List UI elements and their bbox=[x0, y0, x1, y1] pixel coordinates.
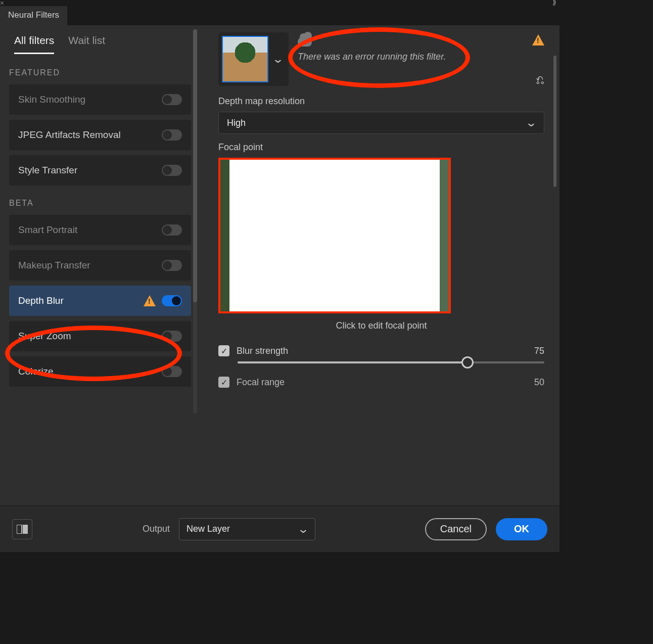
focal-point-label: Focal point bbox=[218, 142, 544, 153]
cancel-button[interactable]: Cancel bbox=[425, 518, 487, 540]
blur-strength-label: Blur strength bbox=[237, 346, 288, 356]
toggle-colorize[interactable] bbox=[162, 366, 182, 377]
error-message: There was an error running this filter. bbox=[298, 52, 544, 62]
filter-label: Smart Portrait bbox=[18, 224, 77, 236]
toggle-skin-smoothing[interactable] bbox=[162, 94, 182, 105]
toggle-jpeg-artifacts[interactable] bbox=[162, 129, 182, 141]
compare-view-button[interactable] bbox=[12, 519, 32, 539]
preview-thumbnail bbox=[222, 36, 268, 82]
focal-range-value: 50 bbox=[534, 377, 544, 388]
filter-label: JPEG Artifacts Removal bbox=[18, 129, 121, 141]
focal-range-label: Focal range bbox=[237, 377, 285, 388]
focal-range-checkbox[interactable]: ✓ bbox=[218, 377, 229, 388]
filter-makeup-transfer[interactable]: Makeup Transfer bbox=[9, 250, 191, 281]
output-label: Output bbox=[143, 524, 170, 534]
blur-strength-slider[interactable] bbox=[238, 361, 544, 363]
depth-map-label: Depth map resolution bbox=[218, 96, 544, 107]
filter-depth-blur[interactable]: Depth Blur bbox=[9, 286, 191, 316]
undo-icon[interactable]: ⎌ bbox=[536, 72, 544, 87]
svg-rect-1 bbox=[23, 525, 28, 534]
chevron-down-icon: ⌄ bbox=[297, 523, 309, 536]
filter-jpeg-artifacts[interactable]: JPEG Artifacts Removal bbox=[9, 120, 191, 150]
svg-rect-0 bbox=[17, 525, 22, 534]
blur-strength-value: 75 bbox=[534, 346, 544, 356]
depth-map-select[interactable]: High ⌄ bbox=[218, 112, 544, 134]
close-icon[interactable]: × bbox=[0, 0, 4, 7]
warning-icon bbox=[144, 295, 156, 306]
preview-thumbnail-selector[interactable]: ⌄ bbox=[218, 32, 289, 86]
filter-skin-smoothing[interactable]: Skin Smoothing bbox=[9, 84, 191, 115]
collapse-panel-icon[interactable]: ⟫ bbox=[552, 0, 556, 6]
ok-button[interactable]: OK bbox=[496, 518, 547, 540]
compare-icon bbox=[17, 525, 28, 534]
select-value: High bbox=[227, 118, 246, 128]
toggle-depth-blur[interactable] bbox=[162, 295, 182, 306]
warning-icon bbox=[532, 34, 544, 45]
sidebar-scrollbar-thumb[interactable] bbox=[193, 29, 197, 302]
filter-label: Colorize bbox=[18, 366, 54, 377]
filter-style-transfer[interactable]: Style Transfer bbox=[9, 155, 191, 186]
filter-label: Depth Blur bbox=[18, 295, 64, 306]
chevron-down-icon[interactable]: ⌄ bbox=[272, 53, 284, 66]
footer-bar: Output New Layer ⌄ Cancel OK bbox=[0, 505, 559, 552]
blur-strength-checkbox[interactable]: ✓ bbox=[218, 345, 229, 356]
section-featured: FEATURED bbox=[9, 68, 191, 77]
toggle-style-transfer[interactable] bbox=[162, 165, 182, 176]
filter-label: Super Zoom bbox=[18, 331, 71, 342]
select-value: New Layer bbox=[186, 524, 230, 534]
toggle-super-zoom[interactable] bbox=[162, 331, 182, 342]
chevron-down-icon: ⌄ bbox=[525, 116, 537, 129]
cloud-icon bbox=[298, 36, 312, 47]
filter-label: Style Transfer bbox=[18, 165, 77, 176]
output-select[interactable]: New Layer ⌄ bbox=[179, 518, 315, 540]
filter-smart-portrait[interactable]: Smart Portrait bbox=[9, 215, 191, 245]
filter-colorize[interactable]: Colorize bbox=[9, 356, 191, 387]
settings-panel: ⌄ There was an error running this filter… bbox=[198, 25, 559, 505]
filter-super-zoom[interactable]: Super Zoom bbox=[9, 321, 191, 351]
tab-all-filters[interactable]: All filters bbox=[14, 34, 54, 54]
panel-scrollbar-thumb[interactable] bbox=[553, 56, 556, 187]
focal-point-caption: Click to edit focal point bbox=[218, 320, 544, 331]
focal-point-preview[interactable] bbox=[218, 158, 451, 313]
filter-label: Makeup Transfer bbox=[18, 260, 90, 271]
section-beta: BETA bbox=[9, 199, 191, 208]
toggle-makeup-transfer[interactable] bbox=[162, 260, 182, 271]
tab-wait-list[interactable]: Wait list bbox=[68, 34, 105, 54]
filter-label: Skin Smoothing bbox=[18, 94, 85, 105]
panel-title-tab[interactable]: Neural Filters bbox=[0, 6, 67, 25]
filter-sidebar: All filters Wait list FEATURED Skin Smoo… bbox=[0, 25, 198, 505]
toggle-smart-portrait[interactable] bbox=[162, 224, 182, 236]
